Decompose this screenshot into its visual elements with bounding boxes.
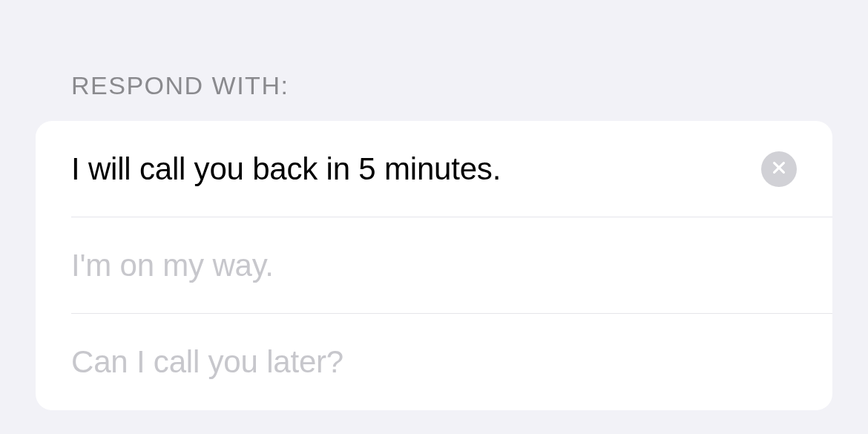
response-row-1[interactable]: I'm on my way. <box>36 217 832 314</box>
response-placeholder: Can I call you later? <box>71 344 797 380</box>
response-text: I will call you back in 5 minutes. <box>71 151 746 187</box>
clear-button[interactable] <box>761 151 797 187</box>
response-placeholder: I'm on my way. <box>71 248 797 283</box>
response-row-0[interactable]: I will call you back in 5 minutes. <box>36 121 832 217</box>
responses-card: I will call you back in 5 minutes. I'm o… <box>36 121 832 410</box>
settings-section: Respond with: I will call you back in 5 … <box>0 0 868 410</box>
close-icon <box>771 160 787 179</box>
response-row-2[interactable]: Can I call you later? <box>36 314 832 410</box>
section-header: Respond with: <box>36 0 832 121</box>
